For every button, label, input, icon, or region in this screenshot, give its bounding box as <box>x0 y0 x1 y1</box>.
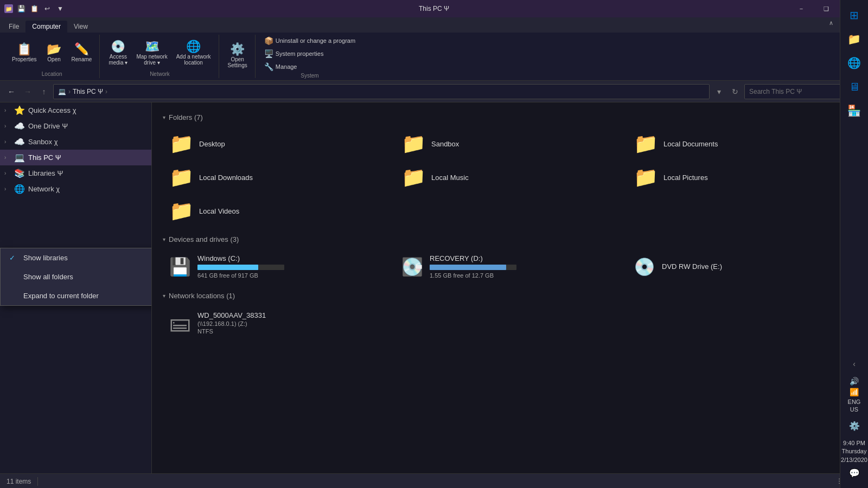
tab-view[interactable]: View <box>67 21 94 33</box>
folders-chevron: ▾ <box>163 114 165 120</box>
address-bar: ← → ↑ 💻 › This PC Ψ › ▾ ↻ 🔍 <box>0 81 868 102</box>
qat-save[interactable]: 💾 <box>15 3 27 15</box>
drive-c[interactable]: 💾 Windows (C:) 641 GB free of 917 GB <box>163 250 393 283</box>
open-settings-button[interactable]: ⚙️ OpenSettings <box>225 41 251 70</box>
search-input[interactable] <box>749 88 848 95</box>
tab-file[interactable]: File <box>2 21 25 33</box>
qat-properties[interactable]: 📋 <box>28 3 40 15</box>
local-videos-folder-icon: 📁 <box>169 200 194 222</box>
taskbar-bottom: ‹ 🔊 📶 ENGUS ⚙️ 9:40 PM Thursday 2/13/202… <box>841 353 867 479</box>
content-area: ▾ Folders (7) 📁 Desktop 📁 Sandbox 📁 Loca… <box>152 102 868 473</box>
folders-section-header[interactable]: ▾ Folders (7) <box>163 113 857 121</box>
system-props-label: System properties <box>276 50 324 57</box>
show-libraries-checkmark: ✓ <box>9 254 18 262</box>
properties-label: Properties <box>12 56 37 62</box>
sidebar-item-libraries[interactable]: › 📚 Libraries Ψ <box>0 165 151 181</box>
properties-button[interactable]: 📋 Properties <box>9 41 40 65</box>
onedrive-chevron: › <box>4 123 11 129</box>
system-group-label: System <box>301 73 318 80</box>
folder-local-videos[interactable]: 📁 Local Videos <box>163 195 393 227</box>
map-drive-button[interactable]: 🗺️ Map networkdrive ▾ <box>133 38 170 68</box>
manage-button[interactable]: 🔧 Manage <box>261 61 301 73</box>
taskbar-edge[interactable]: 🌐 <box>845 53 864 73</box>
address-box[interactable]: 💻 › This PC Ψ › <box>53 84 710 99</box>
d-drive-icon: 💽 <box>401 256 423 277</box>
taskbar: ⊞ 📁 🌐 🖥 🏪 ‹ 🔊 📶 ENGUS ⚙️ 9:40 PM Thursda… <box>840 0 868 488</box>
tab-computer[interactable]: Computer <box>25 21 67 33</box>
sidebar-item-this-pc[interactable]: › 💻 This PC Ψ <box>0 150 151 165</box>
wifi-icon[interactable]: 📶 <box>850 388 859 396</box>
sanbox-label: Sanbox χ <box>28 138 58 146</box>
folder-local-downloads[interactable]: 📁 Local Downloads <box>163 162 393 193</box>
sidebar-item-network[interactable]: › 🌐 Network χ <box>0 181 151 197</box>
forward-button[interactable]: → <box>21 85 35 99</box>
sanbox-chevron: › <box>4 139 11 145</box>
status-separator <box>37 477 38 486</box>
qat-undo[interactable]: ↩ <box>41 3 53 15</box>
volume-icon[interactable]: 🔊 <box>850 377 859 386</box>
open-button[interactable]: 📂 Open <box>42 41 66 65</box>
ribbon-group-settings: ⚙️ OpenSettings <box>220 35 256 78</box>
drive-e[interactable]: 💿 DVD RW Drive (E:) <box>627 250 857 283</box>
e-drive-icon: 💿 <box>634 256 655 277</box>
expand-current-item[interactable]: Expand to current folder <box>1 286 152 305</box>
sidebar-item-onedrive[interactable]: › ☁️ One Drive Ψ <box>0 118 151 134</box>
uninstall-button[interactable]: 📦 Uninstall or change a program <box>261 35 359 47</box>
show-all-folders-item[interactable]: Show all folders <box>1 267 152 286</box>
quick-access-toolbar: 💾 📋 ↩ ▼ <box>15 3 66 15</box>
uninstall-label: Uninstall or change a program <box>276 37 355 44</box>
folder-desktop[interactable]: 📁 Desktop <box>163 128 393 159</box>
taskbar-store[interactable]: 🏪 <box>845 101 864 120</box>
c-drive-label: Windows (C:) <box>197 254 284 262</box>
location-group-items: 📋 Properties 📂 Open ✏️ Rename <box>9 35 95 71</box>
sandbox-folder-icon: 📁 <box>401 132 426 155</box>
back-button[interactable]: ← <box>4 85 18 99</box>
rename-icon: ✏️ <box>74 43 89 55</box>
qat-dropdown[interactable]: ▼ <box>54 3 66 15</box>
wd-drive-sub2: NTFS <box>197 328 266 335</box>
language-indicator[interactable]: ENGUS <box>848 399 861 413</box>
ribbon-collapse-button[interactable]: ∧ <box>827 17 835 29</box>
notification-button[interactable]: 💬 <box>845 466 864 479</box>
sanbox-icon: ☁️ <box>14 137 25 147</box>
local-videos-folder-label: Local Videos <box>199 207 239 215</box>
local-pictures-folder-icon: 📁 <box>634 166 658 189</box>
folder-local-music[interactable]: 📁 Local Music <box>395 162 625 193</box>
local-music-folder-label: Local Music <box>431 174 469 182</box>
up-button[interactable]: ↑ <box>37 85 51 99</box>
network-drive-wd[interactable]: 🖴 WD_5000AAV_38331 (\\192.168.0.1) (Z:) … <box>163 306 857 339</box>
network-section-header[interactable]: ▾ Network locations (1) <box>163 292 857 300</box>
maximize-button[interactable]: ❑ <box>814 0 839 17</box>
sidebar-item-sanbox[interactable]: › ☁️ Sanbox χ <box>0 134 151 150</box>
access-media-button[interactable]: 💿 Accessmedia ▾ <box>105 38 131 68</box>
dropdown-button[interactable]: ▾ <box>712 85 726 99</box>
start-button[interactable]: ⊞ <box>845 5 864 25</box>
drives-section-header[interactable]: ▾ Devices and drives (3) <box>163 235 857 243</box>
settings-tray-button[interactable]: ⚙️ <box>845 416 864 436</box>
sidebar-item-quick-access[interactable]: › ⭐ Quick Access χ <box>0 102 151 118</box>
folder-local-documents[interactable]: 📁 Local Documents <box>627 128 857 159</box>
taskbar-remote-desktop[interactable]: 🖥 <box>845 77 864 97</box>
rename-button[interactable]: ✏️ Rename <box>68 41 95 65</box>
quick-access-icon: ⭐ <box>14 105 25 115</box>
e-drive-info: DVD RW Drive (E:) <box>662 262 722 271</box>
minimize-button[interactable]: − <box>789 0 814 17</box>
ribbon-group-system: 📦 Uninstall or change a program 🖥️ Syste… <box>257 35 363 78</box>
taskbar-file-explorer[interactable]: 📁 <box>845 29 864 49</box>
add-network-location-button[interactable]: 🌐 Add a networklocation <box>173 38 214 68</box>
local-downloads-folder-label: Local Downloads <box>199 174 253 182</box>
uninstall-icon: 📦 <box>264 36 273 45</box>
wd-drive-sub1: (\\192.168.0.1) (Z:) <box>197 320 266 327</box>
settings-icon: ⚙️ <box>230 43 245 55</box>
clock-time: 9:40 PM <box>841 439 867 447</box>
taskbar-chevron[interactable]: ‹ <box>845 354 864 374</box>
show-libraries-item[interactable]: ✓ Show libraries <box>1 248 152 267</box>
folder-local-pictures[interactable]: 📁 Local Pictures <box>627 162 857 193</box>
folder-sandbox[interactable]: 📁 Sandbox <box>395 128 625 159</box>
refresh-button[interactable]: ↻ <box>728 85 742 99</box>
show-libraries-label: Show libraries <box>23 254 68 262</box>
drive-d[interactable]: 💽 RECOVERY (D:) 1.55 GB free of 12.7 GB <box>395 250 625 283</box>
system-properties-button[interactable]: 🖥️ System properties <box>261 48 327 60</box>
system-group-items: 📦 Uninstall or change a program 🖥️ Syste… <box>261 35 359 73</box>
folders-grid: 📁 Desktop 📁 Sandbox 📁 Local Documents 📁 … <box>163 128 857 227</box>
